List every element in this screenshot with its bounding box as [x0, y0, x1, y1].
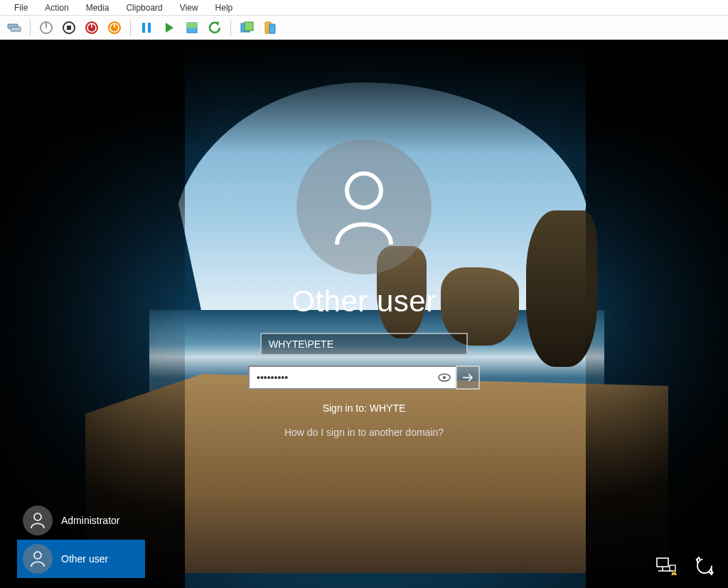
person-icon	[30, 550, 46, 567]
svg-rect-31	[670, 565, 675, 571]
svg-rect-28	[657, 558, 668, 567]
user-avatar-small	[23, 544, 53, 574]
stop-icon[interactable]	[59, 18, 79, 38]
toolbar-separator	[230, 19, 231, 36]
shutdown-red-icon[interactable]	[82, 18, 102, 38]
toolbar	[0, 16, 728, 40]
person-icon	[328, 168, 400, 246]
svg-point-26	[34, 513, 41, 520]
user-tile-label: Other user	[61, 553, 108, 565]
reveal-password-icon[interactable]	[433, 365, 456, 390]
corner-controls	[654, 555, 717, 577]
snapshot-icon[interactable]	[182, 18, 202, 38]
user-tile-administrator[interactable]: Administrator	[17, 501, 145, 540]
play-icon[interactable]	[159, 18, 179, 38]
menu-file[interactable]: File	[6, 1, 36, 14]
network-status-icon[interactable]	[654, 555, 678, 577]
user-tile-label: Administrator	[61, 515, 119, 526]
menu-media[interactable]: Media	[77, 1, 118, 14]
username-input[interactable]	[260, 333, 468, 356]
svg-point-34	[697, 559, 712, 573]
user-tile-other-user[interactable]: Other user	[17, 540, 145, 578]
user-avatar	[296, 139, 432, 274]
svg-rect-5	[67, 26, 71, 30]
share-icon[interactable]	[259, 18, 279, 38]
menu-help[interactable]: Help	[207, 1, 242, 14]
svg-point-22	[347, 173, 381, 208]
svg-rect-1	[11, 27, 21, 31]
server-icon[interactable]	[4, 18, 24, 38]
vm-screen: Other user Sign in to: WHYTE How do I si…	[0, 40, 728, 588]
signin-domain-label: Sign in to: WHYTE	[323, 402, 406, 414]
menu-clipboard[interactable]: Clipboard	[117, 1, 171, 14]
svg-point-33	[673, 574, 675, 575]
toolbar-separator	[130, 19, 131, 36]
user-switcher: Administrator Other user	[17, 501, 145, 578]
menu-action[interactable]: Action	[36, 1, 77, 14]
pause-icon[interactable]	[136, 18, 156, 38]
other-domain-link[interactable]: How do I sign in to another domain?	[284, 427, 444, 438]
svg-rect-16	[187, 23, 197, 28]
reset-orange-icon[interactable]	[105, 18, 124, 38]
menu-view[interactable]: View	[171, 1, 207, 14]
user-avatar-small	[23, 506, 53, 535]
ease-of-access-icon[interactable]	[692, 555, 717, 577]
svg-point-24	[443, 376, 446, 379]
power-grey-icon[interactable]	[36, 18, 56, 38]
svg-rect-12	[142, 23, 145, 33]
submit-arrow-button[interactable]	[456, 365, 480, 390]
svg-marker-14	[166, 23, 173, 33]
svg-point-27	[34, 552, 41, 559]
toolbar-separator	[30, 19, 31, 36]
svg-rect-13	[148, 23, 151, 33]
svg-rect-21	[269, 24, 275, 33]
password-input[interactable]	[248, 365, 433, 390]
menu-bar: File Action Media Clipboard View Help	[0, 0, 728, 16]
login-title: Other user	[291, 284, 436, 319]
password-row	[248, 365, 480, 390]
svg-rect-19	[245, 22, 253, 31]
person-icon	[30, 512, 46, 529]
revert-icon[interactable]	[205, 18, 225, 38]
enhanced-session-icon[interactable]	[237, 18, 257, 38]
